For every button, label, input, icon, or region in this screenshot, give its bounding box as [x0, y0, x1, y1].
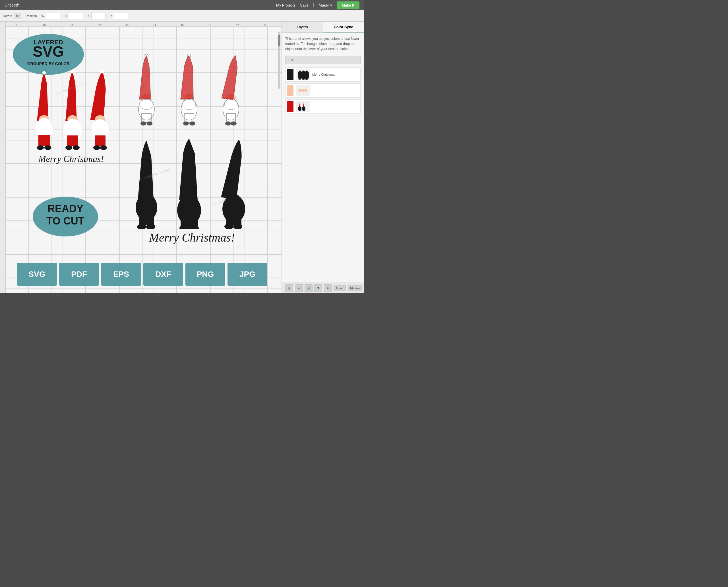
svg-point-31 — [141, 121, 146, 125]
design-area: LAYERED SVG GROUPED BY COLOR — [11, 30, 273, 291]
svg-point-21 — [93, 120, 107, 132]
svg-rect-48 — [139, 215, 154, 225]
outline-gnomes-group — [125, 52, 256, 126]
svg-text:TO CUT: TO CUT — [46, 215, 84, 227]
swatch-red — [287, 101, 293, 112]
svg-text:SVG: SVG — [33, 43, 64, 60]
panel-btn-5[interactable]: ⬇ — [324, 284, 332, 292]
h-label: H — [65, 14, 67, 18]
svg-point-7 — [37, 119, 51, 131]
toolbar-position-group: Position — [26, 14, 37, 18]
silhouette-gnomes-group — [122, 138, 262, 229]
svg-rect-22 — [95, 136, 105, 146]
svg-rect-8 — [39, 135, 50, 146]
toolbar-rotate-group: Rotate ↻ — [3, 13, 21, 19]
svg-text:GROUPED BY COLOR: GROUPED BY COLOR — [27, 62, 69, 66]
tab-color-sync[interactable]: Color Sync — [323, 22, 364, 32]
svg-point-45 — [231, 121, 237, 125]
canvas-content: LAYERED SVG GROUPED BY COLOR — [6, 27, 282, 294]
maker-chevron-icon — [330, 3, 332, 7]
panel-btn-1[interactable]: ⊞ — [285, 284, 293, 292]
make-it-button[interactable]: Make It — [337, 1, 360, 9]
svg-point-32 — [147, 121, 152, 125]
panel-content: This panel allows you to sync colors to … — [282, 33, 364, 283]
height-input[interactable] — [69, 13, 83, 19]
svg-point-44 — [225, 121, 231, 125]
ruler-top: 9 10 11 12 13 14 15 16 17 18 — [6, 22, 282, 27]
toolbar-w-group: W — [42, 13, 60, 19]
my-projects-link[interactable]: My Projects — [276, 3, 295, 7]
scroll-thumb — [278, 35, 281, 46]
maker-button[interactable]: Maker — [319, 3, 332, 7]
swatch-black — [287, 69, 293, 80]
position-label: Position — [26, 14, 37, 18]
svg-rect-53 — [180, 216, 198, 227]
format-badges-row: SVG PDF EPS DXF PNG JPG — [11, 263, 273, 286]
pdf-badge: PDF — [59, 263, 99, 286]
svg-point-29 — [140, 99, 153, 110]
rotate-label: Rotate — [3, 14, 12, 18]
jpg-badge: JPG — [227, 263, 267, 286]
merry-christmas-text-1: Merry Christmas! — [20, 149, 122, 166]
filter-placeholder: TOO... — [288, 58, 297, 62]
main-layout: 9 10 11 12 13 14 15 16 17 18 L — [0, 22, 364, 294]
svg-point-39 — [189, 121, 195, 125]
svg-text:READY: READY — [48, 203, 83, 214]
flatten-button[interactable]: Flatten — [348, 285, 362, 291]
save-link[interactable]: Save — [300, 3, 309, 7]
svg-point-18 — [100, 69, 104, 73]
svg-point-71 — [304, 89, 308, 92]
x-input[interactable] — [91, 13, 105, 19]
attach-button[interactable]: Attach — [334, 285, 346, 291]
topbar: Untitled* My Projects Save | Maker Make … — [0, 0, 364, 10]
topbar-right: My Projects Save | Maker Make It — [276, 1, 360, 9]
maker-label: Maker — [319, 3, 329, 7]
scrollbar[interactable] — [278, 32, 281, 89]
app-title: Untitled* — [4, 3, 20, 7]
dxf-badge: DXF — [143, 263, 183, 286]
tab-layers[interactable]: Layers — [282, 22, 323, 32]
toolbar-h-group: H — [65, 13, 83, 19]
color-layer-black[interactable]: Merry Christmas Merry Christmas — [285, 67, 361, 82]
color-layer-skin[interactable] — [285, 84, 361, 98]
svg-point-36 — [183, 99, 196, 110]
svg-point-73 — [302, 107, 306, 111]
panel-tabs: Layers Color Sync — [282, 22, 364, 33]
svg-point-42 — [224, 99, 238, 110]
toolbar-y-group: Y — [110, 13, 128, 19]
ready-to-cut-badge: READY TO CUT — [31, 195, 99, 239]
svg-badge: SVG — [17, 263, 57, 286]
panel-btn-2[interactable]: ↩ — [295, 284, 303, 292]
color-sync-description: This panel allows you to sync colors to … — [285, 36, 361, 51]
y-input[interactable] — [114, 13, 128, 19]
w-label: W — [42, 14, 44, 18]
divider: | — [313, 3, 314, 8]
layer-thumb-red — [296, 101, 310, 112]
rotate-icon[interactable]: ↻ — [14, 13, 21, 19]
color-sync-filter[interactable]: TOO... — [285, 56, 361, 64]
topbar-left: Untitled* — [4, 3, 20, 7]
width-input[interactable] — [46, 13, 60, 19]
svg-point-14 — [65, 119, 80, 132]
panel-btn-4[interactable]: ⬆ — [314, 284, 322, 292]
canvas-area[interactable]: 9 10 11 12 13 14 15 16 17 18 L — [6, 22, 282, 294]
merry-christmas-text-2: Merry Christmas! — [122, 226, 262, 246]
toolbar-x-group: X — [88, 13, 105, 19]
color-layer-red[interactable] — [285, 99, 361, 114]
svg-point-72 — [298, 107, 301, 111]
svg-text:Merry Christmas!: Merry Christmas! — [149, 231, 235, 244]
svg-point-11 — [71, 69, 74, 73]
layer-thumb-black: Merry Christmas — [296, 69, 310, 80]
png-badge: PNG — [186, 263, 225, 286]
panel-bottom-toolbar: ⊞ ↩ 🔗 ⬆ ⬇ Attach Flatten — [282, 283, 364, 294]
y-label: Y — [110, 14, 112, 18]
svg-text:Merry Christmas!: Merry Christmas! — [38, 154, 104, 164]
panel-btn-3[interactable]: 🔗 — [305, 284, 313, 292]
colored-gnomes-group — [17, 67, 119, 152]
svg-point-4 — [42, 71, 46, 74]
svg-rect-15 — [67, 136, 78, 146]
ruler-left — [0, 22, 6, 294]
svg-text:Merry Christmas: Merry Christmas — [298, 78, 308, 80]
right-panel: Layers Color Sync This panel allows you … — [282, 22, 364, 294]
eps-badge: EPS — [101, 263, 141, 286]
